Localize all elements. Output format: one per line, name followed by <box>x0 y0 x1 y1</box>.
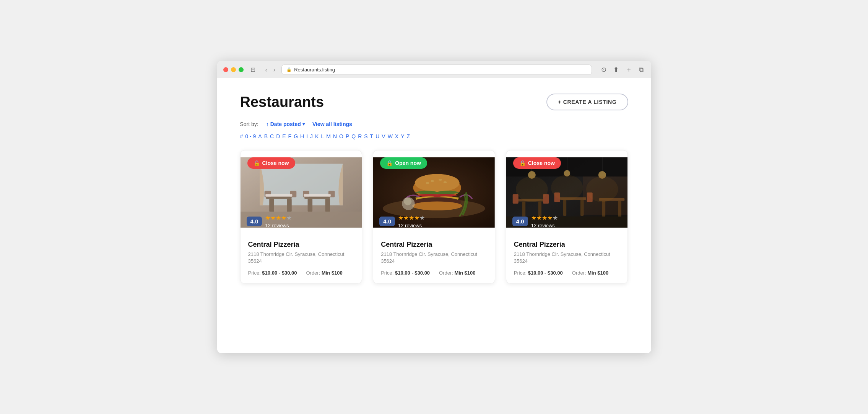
page-content: Restaurants + CREATE A LISTING Sort by: … <box>217 78 651 353</box>
stars-2: ★★★★★ <box>398 214 425 222</box>
alpha-nav-k[interactable]: K <box>315 133 319 139</box>
rating-badge-2: 4.0 <box>379 217 395 226</box>
alpha-nav-g[interactable]: G <box>294 133 298 139</box>
maximize-traffic-light[interactable] <box>239 67 244 72</box>
alpha-nav-m[interactable]: M <box>326 133 331 139</box>
card-image-3: 🔒 Close now 4.0 ★★★★★ 12 reviews <box>506 150 628 234</box>
star-half-icon: ★ <box>281 215 286 221</box>
star-half-icon: ★ <box>414 215 419 221</box>
sidebar-toggle-button[interactable]: ⊟ <box>248 65 258 74</box>
alpha-nav-q[interactable]: Q <box>351 133 356 139</box>
share-button[interactable]: ⬆ <box>612 65 620 75</box>
download-button[interactable]: ⊙ <box>600 65 608 75</box>
lock-icon: 🔒 <box>386 160 393 166</box>
forward-button[interactable]: › <box>272 66 277 74</box>
alpha-nav-p[interactable]: P <box>346 133 349 139</box>
page-title: Restaurants <box>240 94 324 110</box>
alpha-nav-f[interactable]: F <box>288 133 292 139</box>
alpha-nav-v[interactable]: V <box>382 133 385 139</box>
alpha-nav-n[interactable]: N <box>333 133 337 139</box>
alpha-nav-x[interactable]: X <box>395 133 398 139</box>
rating-text-1: ★★★★★ 12 reviews <box>265 214 292 228</box>
tabs-button[interactable]: ⧉ <box>637 65 645 75</box>
view-all-listings-link[interactable]: View all listings <box>312 121 352 127</box>
browser-titlebar: ⊟ ‹ › 🔒 Restaurants.listing ⊙ ⬆ ＋ ⧉ <box>217 61 651 78</box>
alpha-nav-t[interactable]: T <box>370 133 374 139</box>
close-traffic-light[interactable] <box>223 67 228 72</box>
status-badge-3[interactable]: 🔒 Close now <box>513 157 561 169</box>
alpha-nav-j[interactable]: J <box>310 133 313 139</box>
price-order-row-1: Price: $10.00 - $30.00 Order: Min $100 <box>248 270 354 276</box>
alpha-nav-0-9[interactable]: 0 - 9 <box>245 133 256 139</box>
star-filled-icon: ★ <box>409 215 414 221</box>
filter-bar: Sort by: ↑ Date posted ▾ View all listin… <box>240 121 628 127</box>
stars-1: ★★★★★ <box>265 214 292 222</box>
restaurant-address-3: 2118 Thornridge Cir. Syracuse, Connectic… <box>514 251 620 265</box>
order-label-1: Order: Min $100 <box>306 270 342 276</box>
browser-actions: ⊙ ⬆ ＋ ⧉ <box>600 65 645 75</box>
star-filled-icon: ★ <box>531 215 536 221</box>
alpha-nav-b[interactable]: B <box>264 133 268 139</box>
rating-overlay-3: 4.0 ★★★★★ 12 reviews <box>512 214 558 228</box>
price-label-2: Price: $10.00 - $30.00 <box>381 270 430 276</box>
alpha-nav-e[interactable]: E <box>282 133 286 139</box>
rating-overlay-1: 4.0 ★★★★★ 12 reviews <box>247 214 292 228</box>
alpha-nav-d[interactable]: D <box>276 133 280 139</box>
alpha-nav-c[interactable]: C <box>270 133 274 139</box>
restaurant-card-3[interactable]: 🔒 Close now 4.0 ★★★★★ 12 reviews Central… <box>506 150 628 284</box>
alpha-nav-s[interactable]: S <box>364 133 367 139</box>
traffic-lights <box>223 67 244 72</box>
status-badge-1[interactable]: 🔒 Close now <box>247 157 295 169</box>
alpha-nav-a[interactable]: A <box>258 133 262 139</box>
create-listing-button[interactable]: + CREATE A LISTING <box>546 94 628 110</box>
alpha-nav-o[interactable]: O <box>339 133 343 139</box>
status-text: Close now <box>528 160 555 166</box>
minimize-traffic-light[interactable] <box>231 67 236 72</box>
alpha-nav-y[interactable]: Y <box>401 133 404 139</box>
rating-text-2: ★★★★★ 12 reviews <box>398 214 425 228</box>
star-filled-icon: ★ <box>270 215 276 221</box>
card-image-2: 🔒 Open now 4.0 ★★★★★ 12 reviews <box>373 150 495 234</box>
restaurant-card-2[interactable]: 🔒 Open now 4.0 ★★★★★ 12 reviews Central … <box>373 150 495 284</box>
alpha-nav-u[interactable]: U <box>375 133 379 139</box>
rating-badge-1: 4.0 <box>247 217 262 226</box>
sort-arrow-icon: ↑ <box>266 121 269 127</box>
restaurant-address-2: 2118 Thornridge Cir. Syracuse, Connectic… <box>381 251 487 265</box>
card-body-3: Central Pizzeria 2118 Thornridge Cir. Sy… <box>506 234 628 283</box>
page-header: Restaurants + CREATE A LISTING <box>240 94 628 110</box>
restaurant-card-1[interactable]: 🔒 Close now 4.0 ★★★★★ 12 reviews Central… <box>240 150 362 284</box>
order-label-3: Order: Min $100 <box>572 270 608 276</box>
alpha-nav-l[interactable]: L <box>321 133 324 139</box>
chevron-down-icon: ▾ <box>302 121 305 127</box>
price-order-row-2: Price: $10.00 - $30.00 Order: Min $100 <box>381 270 487 276</box>
card-body-2: Central Pizzeria 2118 Thornridge Cir. Sy… <box>373 234 495 283</box>
alpha-nav-h[interactable]: H <box>300 133 304 139</box>
alpha-nav-w[interactable]: W <box>388 133 393 139</box>
sort-button[interactable]: ↑ Date posted ▾ <box>266 121 305 127</box>
alpha-nav-#[interactable]: # <box>240 133 243 139</box>
price-label-3: Price: $10.00 - $30.00 <box>514 270 563 276</box>
lock-icon: 🔒 <box>519 160 526 166</box>
star-empty-icon: ★ <box>419 215 425 221</box>
review-count-1: 12 reviews <box>265 223 292 228</box>
price-label-1: Price: $10.00 - $30.00 <box>248 270 297 276</box>
rating-overlay-2: 4.0 ★★★★★ 12 reviews <box>379 214 425 228</box>
order-label-2: Order: Min $100 <box>439 270 475 276</box>
address-bar[interactable]: 🔒 Restaurants.listing <box>281 65 592 75</box>
alpha-navigation: #0 - 9ABCDEFGHIJKLMNOPQRSTUVWXYZ <box>240 133 628 139</box>
alpha-nav-r[interactable]: R <box>358 133 362 139</box>
new-tab-button[interactable]: ＋ <box>624 65 634 75</box>
back-button[interactable]: ‹ <box>264 66 269 74</box>
alpha-nav-i[interactable]: I <box>306 133 308 139</box>
alpha-nav-z[interactable]: Z <box>407 133 410 139</box>
browser-window: ⊟ ‹ › 🔒 Restaurants.listing ⊙ ⬆ ＋ ⧉ Rest… <box>217 61 651 353</box>
rating-text-3: ★★★★★ 12 reviews <box>531 214 558 228</box>
review-count-2: 12 reviews <box>398 223 425 228</box>
lock-icon: 🔒 <box>286 67 292 72</box>
status-text: Close now <box>262 160 289 166</box>
restaurant-name-1: Central Pizzeria <box>248 241 354 249</box>
star-half-icon: ★ <box>547 215 553 221</box>
review-count-3: 12 reviews <box>531 223 558 228</box>
card-body-1: Central Pizzeria 2118 Thornridge Cir. Sy… <box>241 234 362 283</box>
status-badge-2[interactable]: 🔒 Open now <box>380 157 427 169</box>
